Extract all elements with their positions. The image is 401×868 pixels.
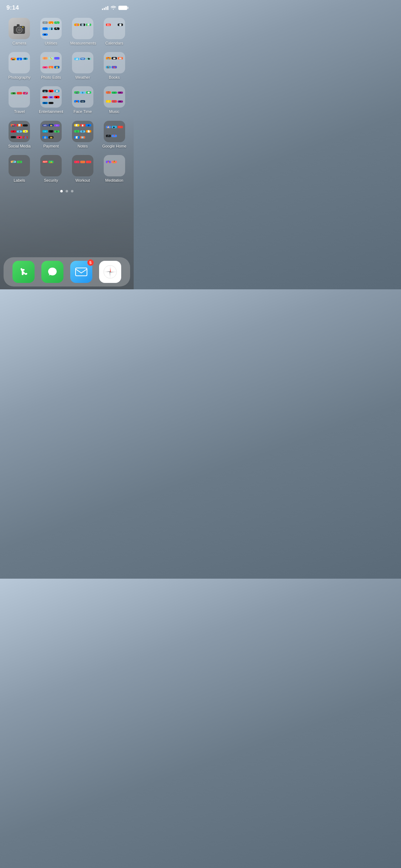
battery-icon: [118, 6, 127, 10]
entertainment-label: Entertainment: [39, 109, 63, 114]
books-folder-icon: 📚 📖 📰 📓 🔖: [104, 52, 125, 73]
page-dot-1[interactable]: [60, 190, 63, 192]
status-icons: [102, 5, 127, 11]
entertainment-folder-icon: 📺 ▶ 💬 N M ▶ D+ M: [40, 86, 62, 108]
labels-folder-icon: 🏷 🌿: [9, 155, 30, 176]
phone-icon: [12, 261, 35, 283]
app-photo-edits[interactable]: 🎨 ✏️ 🌀 ∞ 📐 ⭐ Photo Edits: [37, 52, 65, 80]
app-books[interactable]: 📚 📖 📰 📓 🔖 Books: [101, 52, 128, 80]
labels-label: Labels: [14, 178, 25, 183]
page-dot-3[interactable]: [71, 190, 73, 192]
app-payment[interactable]: H/G 💳 V 💠 ◼ $ 🏦 💳 Payment: [37, 121, 65, 149]
google-home-folder-icon: 🏠 ▶ 🔴 🎵 📍: [104, 121, 125, 142]
app-utilities[interactable]: ⚙️ 🔥 🔧 🔵 📲 🔦 🖥 Utilities: [37, 18, 65, 46]
facetime-label: Face Time: [73, 109, 92, 114]
app-travel[interactable]: 🗺 📍 ✈️ Travel: [6, 86, 33, 114]
app-camera[interactable]: Camera: [6, 18, 33, 46]
notes-folder-icon: 📝 📋 ⊞ 💲 🗒 📄 📝 🔤: [72, 121, 93, 142]
social-media-folder-icon: 📷 📊 ♪ P S 👻 P ❤ 🌀: [9, 121, 30, 142]
books-label: Books: [109, 75, 120, 80]
payment-label: Payment: [43, 144, 58, 149]
payment-folder-icon: H/G 💳 V 💠 ◼ $ 🏦 💳: [40, 121, 62, 142]
svg-point-2: [17, 28, 21, 32]
svg-point-4: [22, 27, 24, 28]
measurements-folder-icon: 🎯 🔢 📊: [72, 18, 93, 39]
google-home-label: Google Home: [102, 144, 127, 149]
app-labels[interactable]: 🏷 🌿 Labels: [6, 155, 33, 183]
workout-label: Workout: [75, 178, 90, 183]
mail-badge: 5: [87, 259, 94, 266]
page-dots: [0, 186, 134, 195]
status-bar: 9:14: [0, 0, 134, 14]
svg-rect-5: [76, 268, 87, 276]
signal-icon: [102, 6, 108, 10]
app-calendars[interactable]: 31 🕐 Calendars: [101, 18, 128, 46]
weather-folder-icon: ☁️ TWC 🌦: [72, 52, 93, 73]
app-meditation[interactable]: 🧘 💆 Meditation: [101, 155, 128, 183]
security-label: Security: [44, 178, 58, 183]
social-media-label: Social Media: [8, 144, 31, 149]
meditation-label: Meditation: [105, 178, 123, 183]
app-weather[interactable]: ☁️ TWC 🌦 Weather: [69, 52, 97, 80]
app-security[interactable]: ADT 🔒 Security: [37, 155, 65, 183]
safari-icon: [99, 261, 121, 283]
app-measurements[interactable]: 🎯 🔢 📊 Measurements: [69, 18, 97, 46]
camera-label: Camera: [12, 41, 26, 46]
calendars-label: Calendars: [106, 41, 123, 46]
app-entertainment[interactable]: 📺 ▶ 💬 N M ▶ D+ M Entertainment: [37, 86, 65, 114]
app-music[interactable]: 🎵 ♪ P ⭐ 🎼 🎙 Music: [101, 86, 128, 114]
photography-label: Photography: [8, 75, 30, 80]
workout-folder-icon: 🏃 🏋 ❤️: [72, 155, 93, 176]
photography-folder-icon: 📷 💧 🖼: [9, 52, 30, 73]
utilities-folder-icon: ⚙️ 🔥 🔧 🔵 📲 🔦 🖥: [40, 18, 62, 39]
travel-folder-icon: 🗺 📍 ✈️: [9, 86, 30, 108]
app-facetime[interactable]: 📹 S 💬 📥 📹 Face Time: [69, 86, 97, 114]
app-social-media[interactable]: 📷 📊 ♪ P S 👻 P ❤ 🌀 Social Media: [6, 121, 33, 149]
dock-phone[interactable]: [12, 261, 35, 283]
travel-label: Travel: [14, 109, 25, 114]
security-folder-icon: ADT 🔒: [40, 155, 62, 176]
app-notes[interactable]: 📝 📋 ⊞ 💲 🗒 📄 📝 🔤 Notes: [69, 121, 97, 149]
weather-label: Weather: [75, 75, 90, 80]
facetime-folder-icon: 📹 S 💬 📥 📹: [72, 86, 93, 108]
status-time: 9:14: [6, 4, 19, 11]
messages-icon: [41, 261, 63, 283]
app-workout[interactable]: 🏃 🏋 ❤️ Workout: [69, 155, 97, 183]
app-photography[interactable]: 📷 💧 🖼 Photography: [6, 52, 33, 80]
dock-mail[interactable]: 5: [70, 261, 92, 283]
camera-icon: [9, 18, 30, 39]
measurements-label: Measurements: [70, 41, 95, 46]
music-folder-icon: 🎵 ♪ P ⭐ 🎼 🎙: [104, 86, 125, 108]
photo-edits-label: Photo Edits: [41, 75, 61, 80]
notes-label: Notes: [78, 144, 88, 149]
utilities-label: Utilities: [45, 41, 57, 46]
dock-safari[interactable]: [99, 261, 121, 283]
calendars-folder-icon: 31 🕐: [104, 18, 125, 39]
app-google-home[interactable]: 🏠 ▶ 🔴 🎵 📍 Google Home: [101, 121, 128, 149]
photo-edits-folder-icon: 🎨 ✏️ 🌀 ∞ 📐 ⭐: [40, 52, 62, 73]
dock: 5: [4, 257, 130, 286]
wifi-icon: [110, 5, 116, 11]
meditation-folder-icon: 🧘 💆: [104, 155, 125, 176]
music-label: Music: [109, 109, 119, 114]
app-grid: Camera ⚙️ 🔥 🔧 🔵 📲 🔦 🖥 Utilities 🎯 🔢 📊 Me…: [0, 14, 134, 186]
svg-rect-3: [17, 24, 20, 26]
page-dot-2[interactable]: [66, 190, 68, 192]
dock-messages[interactable]: [41, 261, 63, 283]
